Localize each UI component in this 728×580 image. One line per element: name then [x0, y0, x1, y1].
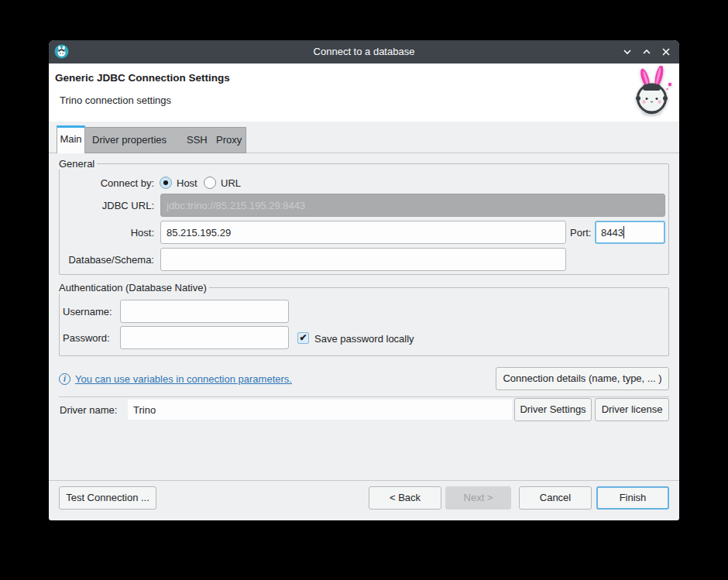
driver-separator [59, 396, 669, 397]
tab-proxy[interactable]: Proxy [216, 134, 242, 146]
checkmark-icon: ✔ [299, 332, 307, 343]
page-title: Generic JDBC Connection Settings [55, 72, 230, 84]
driver-license-button[interactable]: Driver license [595, 398, 669, 421]
minimize-icon[interactable] [622, 46, 633, 57]
window-title: Connect to a database [49, 46, 679, 57]
database-schema-label: Database/Schema: [59, 254, 154, 266]
connect-by-url-radio[interactable] [204, 177, 216, 189]
dialog-header: Generic JDBC Connection Settings Trino c… [49, 63, 679, 122]
username-input[interactable] [120, 300, 289, 323]
driver-name-label: Driver name: [60, 404, 117, 416]
connect-dialog: Connect to a database Generic JDBC Conne… [49, 40, 679, 520]
jdbc-url-input [160, 194, 665, 217]
connection-details-button[interactable]: Connection details (name, type, ... ) [496, 367, 669, 390]
save-password-checkbox[interactable]: ✔ [297, 332, 309, 344]
username-label: Username: [63, 306, 112, 317]
connect-by-host-radio-label[interactable]: Host [177, 177, 197, 189]
port-label: Port: [570, 227, 591, 239]
port-input[interactable] [595, 221, 665, 244]
finish-button[interactable]: Finish [596, 486, 669, 510]
tab-driver-properties[interactable]: Driver properties [92, 134, 167, 146]
tab-main[interactable]: Main [57, 125, 85, 153]
jdbc-url-label: JDBC URL: [59, 200, 154, 211]
page-subtitle: Trino connection settings [60, 94, 171, 106]
connect-by-label: Connect by: [59, 177, 154, 189]
connect-by-host-radio[interactable] [160, 177, 172, 189]
bottom-separator [49, 480, 679, 481]
next-button: Next > [445, 486, 511, 510]
back-button[interactable]: < Back [369, 486, 441, 510]
auth-group-legend: Authentication (Database Native) [57, 282, 209, 293]
info-icon: i [59, 373, 70, 385]
text-caret [623, 226, 624, 239]
cancel-button[interactable]: Cancel [519, 486, 592, 510]
titlebar[interactable]: Connect to a database [49, 40, 679, 63]
driver-name-field[interactable] [128, 400, 512, 420]
trino-bunny-logo-icon [627, 66, 677, 122]
save-password-label[interactable]: Save password locally [314, 333, 414, 345]
password-label: Password: [63, 332, 110, 344]
tab-strip: Driver properties SSH Proxy [84, 127, 246, 153]
port-field-wrap [595, 221, 665, 244]
password-input[interactable] [120, 326, 289, 349]
host-input[interactable] [160, 221, 566, 244]
driver-settings-button[interactable]: Driver Settings [514, 398, 592, 421]
general-group-legend: General [57, 158, 97, 170]
close-icon[interactable] [661, 46, 671, 57]
connect-by-url-radio-label[interactable]: URL [221, 177, 241, 189]
variables-link[interactable]: You can use variables in connection para… [75, 373, 292, 385]
maximize-icon[interactable] [641, 46, 652, 57]
host-label: Host: [59, 227, 154, 239]
database-schema-input[interactable] [160, 248, 566, 271]
test-connection-button[interactable]: Test Connection ... [59, 486, 156, 510]
tab-ssh[interactable]: SSH [187, 134, 208, 146]
